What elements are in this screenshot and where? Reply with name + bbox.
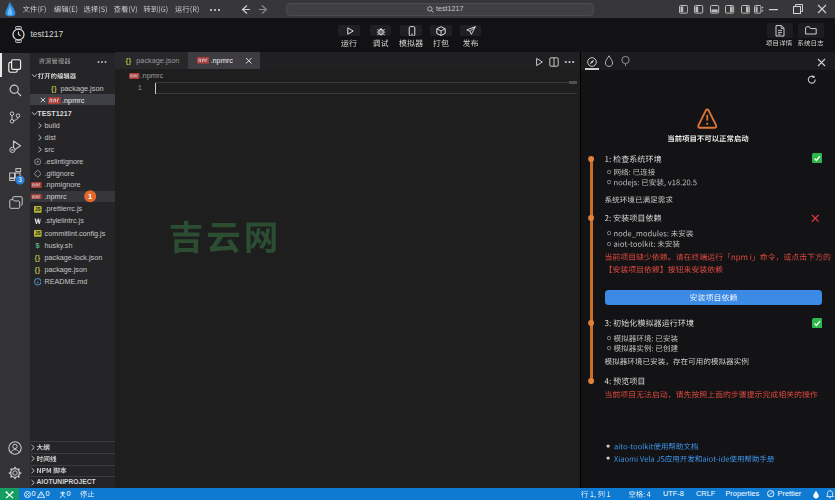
svg-text:JS: JS — [35, 231, 41, 236]
svg-text:3: 3 — [18, 176, 22, 183]
svg-text:JS: JS — [35, 207, 41, 212]
svg-text:1: 1 — [88, 192, 92, 201]
